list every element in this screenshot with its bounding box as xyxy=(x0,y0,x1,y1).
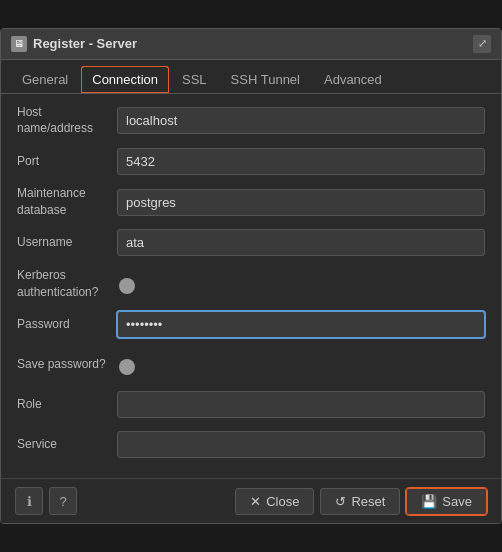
control-kerberos xyxy=(117,276,485,291)
control-service xyxy=(117,431,485,458)
label-hostname: Host name/address xyxy=(17,104,117,138)
close-icon: ✕ xyxy=(250,494,261,509)
close-button[interactable]: ✕ Close xyxy=(235,488,314,515)
tabs-bar: General Connection SSL SSH Tunnel Advanc… xyxy=(1,60,501,94)
titlebar: 🖥 Register - Server ⤢ xyxy=(1,29,501,60)
control-hostname xyxy=(117,107,485,134)
input-username[interactable] xyxy=(117,229,485,256)
form-body: Host name/address Port Maintenance datab… xyxy=(1,94,501,479)
register-server-window: 🖥 Register - Server ⤢ General Connection… xyxy=(0,28,502,525)
help-icon: ? xyxy=(59,494,66,509)
field-row-username: Username xyxy=(17,227,485,259)
input-hostname[interactable] xyxy=(117,107,485,134)
help-button[interactable]: ? xyxy=(49,487,77,515)
titlebar-left: 🖥 Register - Server xyxy=(11,36,137,52)
save-button[interactable]: 💾 Save xyxy=(406,488,487,515)
label-username: Username xyxy=(17,234,117,251)
tab-ssl[interactable]: SSL xyxy=(171,66,218,93)
label-role: Role xyxy=(17,396,117,413)
label-save-password: Save password? xyxy=(17,356,117,373)
input-service[interactable] xyxy=(117,431,485,458)
control-maintenance-db xyxy=(117,189,485,216)
field-row-role: Role xyxy=(17,388,485,420)
label-port: Port xyxy=(17,153,117,170)
save-label: Save xyxy=(442,494,472,509)
resize-button[interactable]: ⤢ xyxy=(473,35,491,53)
field-row-save-password: Save password? xyxy=(17,348,485,380)
reset-icon: ↺ xyxy=(335,494,346,509)
reset-button[interactable]: ↺ Reset xyxy=(320,488,400,515)
tab-general[interactable]: General xyxy=(11,66,79,93)
titlebar-controls: ⤢ xyxy=(473,35,491,53)
field-row-maintenance-db: Maintenance database xyxy=(17,185,485,219)
label-kerberos: Kerberos authentication? xyxy=(17,267,117,301)
window-icon: 🖥 xyxy=(11,36,27,52)
label-password: Password xyxy=(17,316,117,333)
window-title: Register - Server xyxy=(33,36,137,51)
field-row-service: Service xyxy=(17,428,485,460)
control-username xyxy=(117,229,485,256)
info-icon: ℹ xyxy=(27,494,32,509)
footer-right: ✕ Close ↺ Reset 💾 Save xyxy=(235,488,487,515)
label-maintenance-db: Maintenance database xyxy=(17,185,117,219)
input-port[interactable] xyxy=(117,148,485,175)
input-password[interactable] xyxy=(117,311,485,338)
control-password xyxy=(117,311,485,338)
tab-connection[interactable]: Connection xyxy=(81,66,169,93)
label-service: Service xyxy=(17,436,117,453)
field-row-password: Password xyxy=(17,308,485,340)
tab-ssh-tunnel[interactable]: SSH Tunnel xyxy=(220,66,311,93)
control-role xyxy=(117,391,485,418)
field-row-hostname: Host name/address xyxy=(17,104,485,138)
info-button[interactable]: ℹ xyxy=(15,487,43,515)
field-row-kerberos: Kerberos authentication? xyxy=(17,267,485,301)
save-icon: 💾 xyxy=(421,494,437,509)
field-row-port: Port xyxy=(17,145,485,177)
control-save-password xyxy=(117,357,485,372)
tab-advanced[interactable]: Advanced xyxy=(313,66,393,93)
input-maintenance-db[interactable] xyxy=(117,189,485,216)
reset-label: Reset xyxy=(351,494,385,509)
footer-left: ℹ ? xyxy=(15,487,77,515)
control-port xyxy=(117,148,485,175)
input-role[interactable] xyxy=(117,391,485,418)
close-label: Close xyxy=(266,494,299,509)
footer: ℹ ? ✕ Close ↺ Reset 💾 Save xyxy=(1,478,501,523)
